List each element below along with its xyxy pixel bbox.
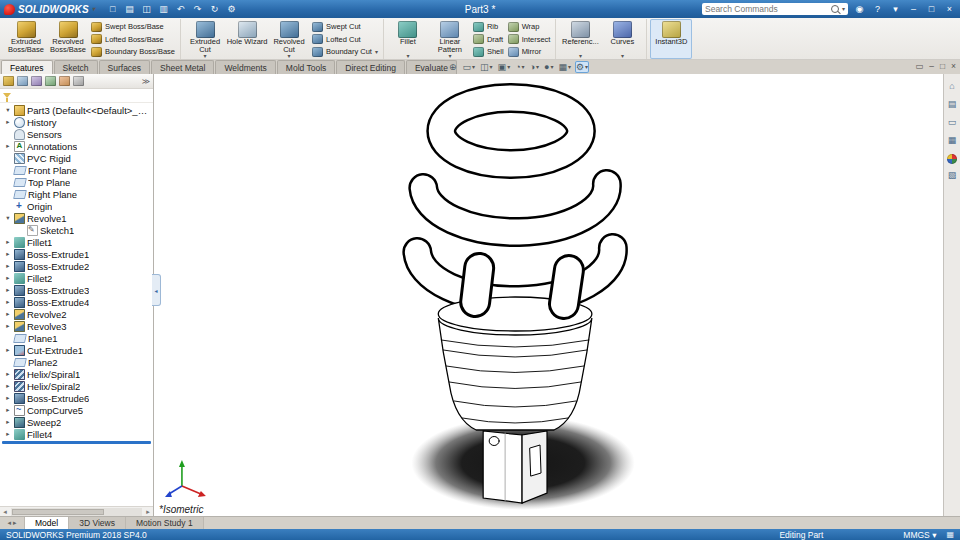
expand-caret-icon[interactable]: ▸ bbox=[4, 119, 12, 126]
tree-item-boss-extrude3[interactable]: ▸ Boss-Extrude3 bbox=[0, 284, 153, 296]
ribbon-swept-cut-button[interactable]: Swept Cut bbox=[312, 21, 378, 33]
tree-item-part3-root[interactable]: ▾ Part3 (Default<<Default>_Display State bbox=[0, 104, 153, 116]
view-settings-icon[interactable]: ⚙▾ bbox=[575, 61, 589, 73]
filter-icon[interactable] bbox=[3, 93, 11, 98]
dropdown-caret-icon[interactable]: ▾ bbox=[204, 53, 207, 59]
ribbon-lofted-cut-button[interactable]: Lofted Cut bbox=[312, 33, 378, 45]
scroll-left-icon[interactable]: ◂ bbox=[0, 508, 10, 516]
maximize-icon[interactable]: □ bbox=[925, 4, 938, 14]
ribbon-instant3d-button[interactable]: Instant3D bbox=[650, 19, 692, 59]
doc-tab-motion-study-1[interactable]: Motion Study 1 bbox=[126, 517, 204, 529]
tab-scroll-right-icon[interactable]: ▸ bbox=[13, 519, 17, 527]
expand-caret-icon[interactable]: ▸ bbox=[4, 419, 12, 426]
ribbon-hole-wizard-button[interactable]: Hole Wizard bbox=[226, 19, 268, 59]
panel-chevrons-icon[interactable]: ≫ bbox=[142, 77, 150, 86]
tree-item-helix-spiral2[interactable]: ▸ Helix/Spiral2 bbox=[0, 380, 153, 392]
status-custom-icon[interactable]: ▦ bbox=[946, 530, 954, 539]
ribbon-revolved-boss-base-button[interactable]: Revolved Boss/Base bbox=[47, 19, 89, 59]
tree-item-fillet1[interactable]: ▸ Fillet1 bbox=[0, 236, 153, 248]
expand-caret-icon[interactable]: ▸ bbox=[4, 287, 12, 294]
tree-item-fillet2[interactable]: ▸ Fillet2 bbox=[0, 272, 153, 284]
tab-direct-editing[interactable]: Direct Editing bbox=[336, 60, 405, 74]
ribbon-referenc-button[interactable]: Referenc...▾ bbox=[559, 19, 601, 59]
section-view-icon[interactable]: ◫▾ bbox=[479, 61, 494, 73]
tree-item-cut-extrude1[interactable]: ▸ Cut-Extrude1 bbox=[0, 344, 153, 356]
tree-item-revolve2[interactable]: ▸ Revolve2 bbox=[0, 308, 153, 320]
tab-features[interactable]: Features bbox=[1, 60, 53, 74]
expand-caret-icon[interactable]: ▾ bbox=[4, 215, 12, 222]
display-style-icon[interactable]: ◔▾ bbox=[514, 61, 525, 73]
expand-caret-icon[interactable]: ▸ bbox=[4, 311, 12, 318]
expand-caret-icon[interactable]: ▸ bbox=[4, 143, 12, 150]
graphics-viewport[interactable]: *Isometric bbox=[154, 74, 943, 517]
close-icon[interactable]: × bbox=[943, 4, 956, 14]
expand-caret-icon[interactable]: ▸ bbox=[4, 431, 12, 438]
search-caret-icon[interactable]: ▾ bbox=[842, 6, 845, 12]
expand-caret-icon[interactable]: ▾ bbox=[4, 107, 12, 114]
scrollbar-thumb[interactable] bbox=[12, 509, 104, 515]
solidworks-resources-icon[interactable]: ⌂ bbox=[946, 82, 958, 93]
tree-item-boss-extrude6[interactable]: ▸ Boss-Extrude6 bbox=[0, 392, 153, 404]
graphics-area[interactable] bbox=[154, 74, 943, 517]
tree-item-top-plane[interactable]: Top Plane bbox=[0, 176, 153, 188]
property-icon[interactable] bbox=[17, 76, 28, 86]
display-icon[interactable] bbox=[59, 76, 70, 86]
expand-caret-icon[interactable]: ▸ bbox=[4, 347, 12, 354]
tree-item-plane2[interactable]: Plane2 bbox=[0, 356, 153, 368]
options-icon[interactable]: ⚙ bbox=[225, 4, 238, 14]
ribbon-curves-button[interactable]: Curves▾ bbox=[601, 19, 643, 59]
tree-item-history[interactable]: ▸ History bbox=[0, 116, 153, 128]
ribbon-draft-button[interactable]: Draft bbox=[473, 33, 504, 45]
ribbon-rib-button[interactable]: Rib bbox=[473, 21, 504, 33]
tree-item-boss-extrude2[interactable]: ▸ Boss-Extrude2 bbox=[0, 260, 153, 272]
dropdown-caret-icon[interactable]: ▾ bbox=[288, 53, 291, 59]
ribbon-wrap-button[interactable]: Wrap bbox=[508, 21, 551, 33]
dimxpert-icon[interactable] bbox=[45, 76, 56, 86]
tab-sketch[interactable]: Sketch bbox=[54, 60, 98, 74]
expand-caret-icon[interactable]: ▸ bbox=[4, 299, 12, 306]
tab-weldments[interactable]: Weldments bbox=[215, 60, 275, 74]
ribbon-mirror-button[interactable]: Mirror bbox=[508, 46, 551, 58]
ribbon-revolved-cut-button[interactable]: Revolved Cut▾ bbox=[268, 19, 310, 59]
tree-item-revolve3[interactable]: ▸ Revolve3 bbox=[0, 320, 153, 332]
ribbon-linear-pattern-button[interactable]: Linear Pattern▾ bbox=[429, 19, 471, 59]
tree-item-boss-extrude1[interactable]: ▸ Boss-Extrude1 bbox=[0, 248, 153, 260]
doc-tab-3d-views[interactable]: 3D Views bbox=[69, 517, 126, 529]
ribbon-shell-button[interactable]: Shell bbox=[473, 46, 504, 58]
expand-caret-icon[interactable]: ▸ bbox=[4, 263, 12, 270]
tree-item-sketch1[interactable]: Sketch1 bbox=[0, 224, 153, 236]
menu-caret-icon[interactable]: ▾ bbox=[889, 4, 902, 14]
hide-show-items-icon[interactable]: ◑▾ bbox=[529, 61, 540, 73]
search-icon[interactable] bbox=[831, 5, 839, 13]
expand-caret-icon[interactable]: ▸ bbox=[4, 275, 12, 282]
rebuild-icon[interactable]: ↻ bbox=[208, 4, 221, 14]
undo-icon[interactable]: ↶ bbox=[174, 4, 187, 14]
help-icon[interactable]: ? bbox=[871, 4, 884, 14]
tree-item-right-plane[interactable]: Right Plane bbox=[0, 188, 153, 200]
tree-item-sweep2[interactable]: ▸ Sweep2 bbox=[0, 416, 153, 428]
ribbon-boundary-cut-button[interactable]: Boundary Cut▾ bbox=[312, 46, 378, 58]
tools-icon[interactable] bbox=[73, 76, 84, 86]
expand-caret-icon[interactable]: ▸ bbox=[4, 371, 12, 378]
user-login-icon[interactable]: ◉ bbox=[853, 4, 866, 14]
dropdown-caret-icon[interactable]: ▾ bbox=[406, 53, 409, 59]
rollback-bar[interactable] bbox=[2, 441, 151, 444]
tree-item-helix-spiral1[interactable]: ▸ Helix/Spiral1 bbox=[0, 368, 153, 380]
view-palette-icon[interactable]: ▦ bbox=[946, 136, 958, 147]
view-orientation-icon[interactable]: ▣▾ bbox=[497, 61, 512, 73]
redo-icon[interactable]: ↷ bbox=[191, 4, 204, 14]
zoom-area-icon[interactable]: ▭▾ bbox=[462, 61, 477, 73]
tree-item-boss-extrude4[interactable]: ▸ Boss-Extrude4 bbox=[0, 296, 153, 308]
tree-item-fillet4[interactable]: ▸ Fillet4 bbox=[0, 428, 153, 440]
expand-caret-icon[interactable]: ▸ bbox=[4, 239, 12, 246]
new-document-icon[interactable]: □ bbox=[106, 4, 119, 14]
ribbon-intersect-button[interactable]: Intersect bbox=[508, 33, 551, 45]
config-icon[interactable] bbox=[31, 76, 42, 86]
doc-restore-icon[interactable]: □ bbox=[940, 62, 945, 71]
zoom-fit-icon[interactable]: ⊕ bbox=[448, 61, 459, 73]
tab-scroll-arrows[interactable]: ◂ ▸ bbox=[0, 517, 25, 529]
ribbon-fillet-button[interactable]: Fillet▾ bbox=[387, 19, 429, 59]
tab-surfaces[interactable]: Surfaces bbox=[99, 60, 151, 74]
tab-scroll-left-icon[interactable]: ◂ bbox=[7, 519, 11, 527]
tree-item-revolve1[interactable]: ▾ Revolve1 bbox=[0, 212, 153, 224]
